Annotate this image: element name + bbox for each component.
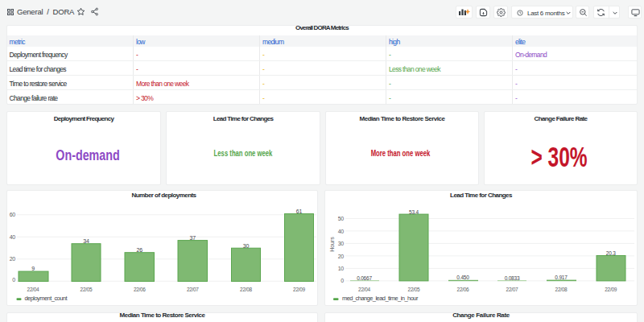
svg-text:20.3: 20.3 — [606, 250, 616, 256]
svg-text:20: 20 — [338, 254, 345, 259]
svg-text:0.0667: 0.0667 — [357, 275, 372, 281]
svg-text:Number of deployments: Number of deployments — [131, 192, 196, 199]
svg-text:0: 0 — [12, 277, 15, 283]
svg-text:med_change_lead_time_in_hour: med_change_lead_time_in_hour — [342, 295, 419, 302]
svg-text:34: 34 — [83, 238, 89, 244]
svg-text:50: 50 — [338, 216, 345, 221]
svg-text:37: 37 — [190, 235, 196, 241]
svg-text:22/05: 22/05 — [80, 287, 93, 292]
svg-text:26: 26 — [137, 247, 143, 253]
svg-text:53.4: 53.4 — [409, 209, 419, 215]
svg-text:0.450: 0.450 — [456, 275, 469, 280]
svg-text:40: 40 — [338, 229, 345, 234]
svg-text:40: 40 — [10, 234, 16, 240]
svg-text:22/06: 22/06 — [457, 287, 469, 292]
svg-text:22/07: 22/07 — [187, 287, 199, 292]
svg-text:30: 30 — [243, 243, 250, 249]
svg-text:22/09: 22/09 — [605, 287, 617, 292]
svg-text:10: 10 — [338, 266, 345, 271]
svg-text:22/08: 22/08 — [555, 287, 568, 292]
svg-text:22/06: 22/06 — [134, 287, 146, 292]
svg-text:9: 9 — [31, 266, 35, 271]
svg-text:Lead Time for Changes: Lead Time for Changes — [450, 192, 513, 199]
svg-text:60: 60 — [10, 212, 16, 217]
svg-text:Hours: Hours — [329, 237, 335, 252]
svg-text:22/07: 22/07 — [506, 287, 518, 292]
svg-text:22/09: 22/09 — [293, 287, 305, 292]
svg-text:0.917: 0.917 — [555, 275, 568, 280]
svg-text:22/04: 22/04 — [358, 287, 370, 292]
svg-text:0.0833: 0.0833 — [505, 275, 520, 281]
svg-text:22/05: 22/05 — [408, 287, 420, 292]
svg-text:20: 20 — [10, 256, 16, 262]
svg-text:deployment_count: deployment_count — [25, 295, 68, 302]
svg-text:61: 61 — [296, 208, 303, 214]
svg-text:30: 30 — [338, 241, 345, 246]
svg-text:22/08: 22/08 — [240, 287, 252, 292]
svg-text:22/04: 22/04 — [27, 287, 39, 292]
svg-text:0: 0 — [341, 278, 344, 283]
